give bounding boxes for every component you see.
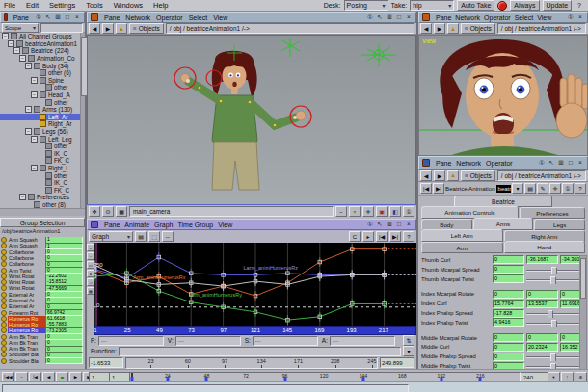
- info-icon[interactable]: ①: [366, 221, 374, 228]
- close-icon[interactable]: ×: [73, 13, 81, 21]
- menu-item-network[interactable]: Network: [125, 14, 150, 21]
- maximize-icon[interactable]: □: [395, 13, 403, 21]
- x-axis-bar[interactable]: 125497397121145169193217: [94, 326, 416, 335]
- operator-icon[interactable]: ?: [575, 183, 586, 194]
- expand-toggle-icon[interactable]: −: [8, 40, 14, 47]
- tree-item[interactable]: −beatriceAnimation1: [0, 40, 80, 48]
- operator-icon[interactable]: ▾: [512, 183, 523, 194]
- auto-take-button[interactable]: Auto Take: [457, 0, 494, 11]
- tab-left-arm[interactable]: Left Arm: [421, 229, 503, 242]
- context-select[interactable]: ≡Objects: [129, 23, 164, 34]
- range-ruler[interactable]: 236097134171208245: [125, 357, 378, 369]
- menu-item-pane[interactable]: Pane: [104, 14, 120, 21]
- menu-item-network[interactable]: Network: [455, 14, 480, 21]
- expand-toggle-icon[interactable]: −: [31, 136, 38, 143]
- next-op-icon[interactable]: ▶|: [433, 183, 444, 194]
- expand-toggle-icon[interactable]: −: [31, 165, 38, 171]
- back-icon[interactable]: ◀: [89, 23, 100, 34]
- pointer-icon[interactable]: ↖: [376, 221, 384, 228]
- layout-icon[interactable]: ⊞: [386, 221, 393, 228]
- tree-item[interactable]: −Beatrice (224): [0, 47, 80, 55]
- menu-item-settings[interactable]: Settings: [49, 1, 75, 10]
- menu-item-tools[interactable]: Tools: [86, 1, 103, 10]
- scope-filter-field[interactable]: [40, 23, 83, 33]
- expand-toggle-icon[interactable]: −: [2, 33, 9, 39]
- menu-item-help[interactable]: Help: [153, 1, 168, 10]
- graph-mode-select[interactable]: Graph▾: [89, 231, 133, 242]
- close-icon[interactable]: ×: [576, 13, 584, 21]
- expand-toggle-icon[interactable]: −: [25, 128, 32, 135]
- pane-type-icon[interactable]: [422, 13, 430, 21]
- tree-item[interactable]: −Legs (56): [0, 128, 80, 136]
- pointer-icon[interactable]: ↖: [376, 13, 384, 21]
- tree-item[interactable]: −Arms (130): [0, 106, 80, 114]
- animation-curve-plot[interactable]: Arm_animHumerusRxLarm_animHumerusRzArm_a…: [94, 243, 416, 326]
- maximize-icon[interactable]: □: [64, 13, 71, 21]
- forward-icon[interactable]: ▶: [102, 23, 114, 34]
- tree-item[interactable]: −Right_L: [0, 165, 80, 172]
- select-tool-icon[interactable]: ⊙: [102, 206, 114, 217]
- tree-item[interactable]: Right_Ar: [0, 120, 80, 128]
- tree-item[interactable]: FK_C: [0, 157, 80, 165]
- frame-field[interactable]: ---: [98, 336, 164, 346]
- desk-select[interactable]: Posing▾: [344, 0, 388, 11]
- context-select[interactable]: ≡Objects: [461, 23, 495, 34]
- up-icon[interactable]: ▲: [447, 170, 459, 181]
- tree-item[interactable]: −Preferences: [0, 194, 80, 201]
- prev-op-icon[interactable]: |◀: [420, 183, 432, 194]
- key-icon[interactable]: ◇: [87, 278, 94, 286]
- expand-toggle-icon[interactable]: −: [13, 47, 20, 54]
- tree-item[interactable]: FK_C: [0, 186, 80, 194]
- menu-item-file[interactable]: File: [4, 1, 15, 10]
- forward-icon[interactable]: ▶: [434, 23, 445, 34]
- zoom-in-icon[interactable]: +: [87, 244, 94, 251]
- maximize-icon[interactable]: □: [567, 159, 575, 167]
- param-value-field[interactable]: 15.7764: [493, 300, 524, 308]
- param-slider[interactable]: [526, 309, 580, 317]
- grid-icon[interactable]: ✛: [362, 206, 374, 217]
- info-icon[interactable]: ①: [403, 206, 414, 217]
- param-value-field[interactable]: 0: [493, 265, 524, 274]
- help-button[interactable]: ?: [575, 1, 584, 10]
- tree-item[interactable]: other: [0, 143, 80, 150]
- menu-item-operator[interactable]: Operator: [156, 14, 183, 21]
- pointer-icon[interactable]: ↖: [44, 13, 52, 21]
- back-icon[interactable]: ◀: [420, 170, 432, 181]
- tree-item[interactable]: other (8): [0, 201, 80, 208]
- tree-item[interactable]: other: [0, 84, 80, 91]
- expand-toggle-icon[interactable]: −: [19, 194, 26, 200]
- param-value-field[interactable]: 13.5537: [526, 300, 558, 308]
- layout-icon[interactable]: ⊞: [386, 13, 393, 21]
- record-icon[interactable]: [497, 1, 507, 11]
- expand-toggle-icon[interactable]: −: [25, 63, 32, 69]
- param-value-field[interactable]: 0: [526, 290, 558, 299]
- menu-item-edit[interactable]: Edit: [26, 1, 39, 10]
- menu-item-view[interactable]: View: [537, 14, 551, 21]
- operator-name-field[interactable]: beatriceA: [496, 185, 511, 193]
- menu-item-operator[interactable]: Operator: [486, 160, 513, 167]
- params-scrollbar[interactable]: [579, 255, 587, 371]
- expand-toggle-icon[interactable]: −: [31, 77, 38, 84]
- param-slider[interactable]: [526, 275, 580, 283]
- tree-item[interactable]: IK_C: [0, 179, 80, 187]
- frame-all-icon[interactable]: ▭: [87, 261, 94, 269]
- tree-item[interactable]: other: [0, 98, 80, 106]
- close-icon[interactable]: ×: [405, 221, 413, 228]
- up-icon[interactable]: ▲: [447, 23, 459, 34]
- param-value-field[interactable]: -34.3606: [560, 255, 580, 264]
- context-select[interactable]: ≡Objects: [461, 170, 495, 181]
- pane-type-icon[interactable]: [91, 221, 98, 228]
- menu-item-select[interactable]: Select: [189, 14, 207, 21]
- key-tool-icon[interactable]: ▤: [135, 231, 147, 242]
- menu-item-time-group[interactable]: Time Group: [178, 222, 214, 228]
- tree-item[interactable]: −Left_Leg: [0, 135, 80, 143]
- menu-item-select[interactable]: Select: [515, 14, 533, 21]
- layout-icon[interactable]: ⊞: [54, 13, 62, 21]
- close-icon[interactable]: ×: [576, 159, 584, 167]
- value-field[interactable]: ---: [175, 336, 241, 346]
- slope-field[interactable]: ---: [253, 336, 318, 346]
- tree-hscrollbar[interactable]: [0, 208, 85, 216]
- slider-handle[interactable]: [550, 276, 556, 284]
- param-value-field[interactable]: 0: [493, 353, 524, 361]
- tab-legs[interactable]: Legs: [534, 219, 585, 230]
